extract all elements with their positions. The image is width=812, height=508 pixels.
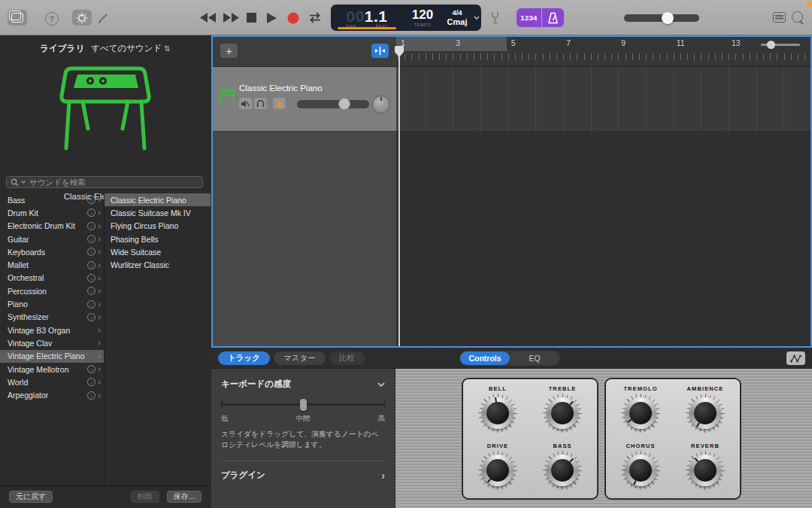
- save-button[interactable]: 保存...: [167, 491, 201, 503]
- category-row[interactable]: Mallet↓›: [0, 258, 104, 271]
- knob-bass[interactable]: [544, 452, 581, 489]
- tab-controls[interactable]: Controls: [460, 351, 510, 365]
- playhead-line[interactable]: [398, 47, 400, 346]
- sound-search-field[interactable]: [6, 176, 203, 188]
- knob-label: REVERB: [675, 443, 735, 449]
- solo-button[interactable]: [254, 98, 267, 109]
- loop-browser-button[interactable]: [791, 11, 804, 24]
- category-row[interactable]: Keyboards↓›: [0, 245, 104, 258]
- knob-bell[interactable]: [479, 394, 517, 432]
- quick-help-button[interactable]: ?: [45, 12, 59, 26]
- track-header-row[interactable]: Classic Electric Piano: [213, 67, 396, 132]
- tab-マスター[interactable]: マスター: [274, 351, 326, 365]
- patch-row[interactable]: Classic Electric Piano: [105, 193, 211, 206]
- download-icon[interactable]: ↓: [87, 287, 95, 295]
- horizontal-zoom-slider[interactable]: [761, 44, 800, 46]
- mute-button[interactable]: [239, 98, 252, 109]
- download-icon[interactable]: ↓: [87, 274, 95, 282]
- category-row[interactable]: World↓›: [0, 376, 104, 388]
- knob-pointer: [475, 448, 520, 492]
- track-lane[interactable]: [396, 67, 810, 132]
- undo-button[interactable]: 元に戻す: [9, 491, 53, 503]
- stop-button[interactable]: [247, 13, 256, 23]
- category-row[interactable]: Synthesizer↓›: [0, 311, 104, 324]
- knob-cell: BASS: [532, 443, 592, 489]
- download-icon[interactable]: ↓: [87, 235, 95, 243]
- lcd-display[interactable]: 00 1.1 BAR BEAT 120 TEMPO 4/4 Cmaj: [331, 5, 481, 31]
- download-icon[interactable]: ↓: [87, 378, 95, 386]
- download-icon[interactable]: ↓: [87, 196, 95, 204]
- patch-row[interactable]: Classic Suitcase Mk IV: [105, 206, 211, 219]
- track-pan-knob[interactable]: [372, 96, 390, 114]
- download-icon[interactable]: ↓: [87, 365, 95, 373]
- rewind-button[interactable]: [200, 13, 217, 23]
- knob-chorus[interactable]: [622, 452, 659, 489]
- category-row[interactable]: Electronic Drum Kit↓›: [0, 220, 104, 233]
- media-browser-button[interactable]: [773, 12, 786, 23]
- category-row[interactable]: Percussion↓›: [0, 284, 104, 297]
- tab-比較[interactable]: 比較: [329, 351, 365, 365]
- sensitivity-slider[interactable]: [221, 399, 385, 409]
- patch-row[interactable]: Wide Suitcase: [105, 245, 211, 258]
- download-icon[interactable]: ↓: [87, 261, 95, 269]
- master-volume-slider[interactable]: [624, 14, 699, 22]
- category-row[interactable]: Arpeggiator↓›: [0, 388, 104, 401]
- category-row[interactable]: Piano↓›: [0, 297, 104, 310]
- add-track-button[interactable]: +: [220, 44, 238, 58]
- track-volume-slider[interactable]: [297, 100, 369, 108]
- category-row[interactable]: Guitar↓›: [0, 233, 104, 245]
- category-row[interactable]: Vintage Electric Piano›: [0, 350, 104, 363]
- download-icon[interactable]: ↓: [87, 248, 95, 256]
- zoom-slider-knob[interactable]: [767, 41, 775, 49]
- lcd-key-section[interactable]: 4/4 Cmaj: [442, 5, 472, 31]
- patch-row[interactable]: Flying Circus Piano: [105, 220, 211, 233]
- category-row[interactable]: Vintage B3 Organ›: [0, 324, 104, 336]
- track-volume-knob[interactable]: [338, 98, 350, 110]
- knob-ambience[interactable]: [686, 394, 724, 432]
- download-icon[interactable]: ↓: [87, 391, 95, 400]
- download-icon[interactable]: ↓: [87, 208, 95, 217]
- search-input[interactable]: [28, 177, 198, 187]
- delete-button[interactable]: 削除: [131, 491, 159, 503]
- download-icon[interactable]: ↓: [87, 222, 95, 230]
- knob-treble[interactable]: [544, 394, 581, 432]
- metronome-button[interactable]: [542, 8, 564, 27]
- download-icon[interactable]: ↓: [87, 300, 95, 309]
- category-row[interactable]: Bass↓›: [0, 193, 104, 206]
- record-button[interactable]: [287, 12, 299, 24]
- sensitivity-thumb[interactable]: [300, 399, 307, 411]
- download-icon[interactable]: ↓: [87, 313, 95, 321]
- empty-lane-area[interactable]: [396, 132, 810, 346]
- patch-row[interactable]: Wurlitzer Classic: [105, 258, 211, 271]
- library-filter-popup[interactable]: すべてのサウンド ⇅: [91, 43, 171, 54]
- cycle-button[interactable]: [308, 12, 323, 23]
- library-toggle-button[interactable]: [8, 10, 27, 26]
- lcd-position: 1.1: [365, 8, 388, 24]
- patch-row[interactable]: Phasing Bells: [105, 233, 211, 245]
- record-enable-button[interactable]: [273, 98, 286, 109]
- category-row[interactable]: Vintage Clav›: [0, 336, 104, 349]
- smart-controls-expand-button[interactable]: [786, 351, 805, 365]
- playhead-pin[interactable]: [395, 46, 404, 58]
- chevron-down-icon[interactable]: [377, 382, 385, 387]
- master-volume-knob[interactable]: [662, 12, 674, 24]
- tab-eq[interactable]: EQ: [510, 351, 559, 365]
- category-row[interactable]: Orchestral↓›: [0, 272, 104, 284]
- lcd-tempo-section[interactable]: 120 TEMPO: [403, 5, 442, 31]
- knob-reverb[interactable]: [686, 452, 724, 489]
- editors-button[interactable]: [96, 11, 110, 25]
- category-row[interactable]: Vintage Mellotron↓›: [0, 363, 104, 376]
- lcd-mode-chevron[interactable]: [472, 5, 481, 31]
- tuner-button[interactable]: [490, 11, 500, 24]
- tab-トラック[interactable]: トラック: [218, 351, 270, 365]
- forward-button[interactable]: [223, 13, 240, 23]
- smart-controls-button[interactable]: [72, 10, 92, 26]
- knob-tremolo[interactable]: [622, 394, 659, 432]
- catch-playhead-button[interactable]: [371, 44, 389, 58]
- ruler[interactable]: 135791113: [396, 37, 810, 67]
- plugins-row[interactable]: プラグイン ›: [221, 470, 385, 481]
- category-row[interactable]: Drum Kit↓›: [0, 206, 104, 219]
- knob-drive[interactable]: [479, 452, 517, 489]
- play-button[interactable]: [267, 13, 277, 23]
- count-in-button[interactable]: 1234: [517, 8, 541, 27]
